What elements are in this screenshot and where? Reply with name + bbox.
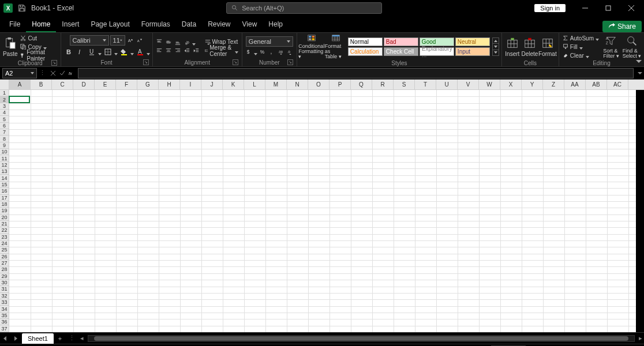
col-header-L[interactable]: L [244, 80, 265, 89]
merge-center-button[interactable]: Merge & Center [204, 47, 239, 55]
row-header-29[interactable]: 29 [0, 273, 9, 280]
formula-input[interactable] [78, 68, 634, 78]
select-all-corner[interactable] [0, 80, 9, 89]
tab-file[interactable]: File [3, 18, 26, 32]
underline-button[interactable]: U [87, 47, 97, 57]
underline-dropdown[interactable] [98, 50, 102, 54]
row-header-36[interactable]: 36 [0, 319, 9, 325]
grow-font-button[interactable]: A [126, 36, 134, 44]
signin-button[interactable]: Sign in [534, 4, 566, 12]
tab-data[interactable]: Data [176, 18, 202, 32]
row-header-10[interactable]: 10 [0, 149, 9, 155]
autosum-button[interactable]: AutoSum [561, 34, 600, 42]
tab-insert[interactable]: Insert [56, 18, 85, 32]
col-header-D[interactable]: D [73, 80, 95, 89]
col-header-X[interactable]: X [500, 80, 522, 89]
decrease-decimal-button[interactable]: .0 [286, 48, 294, 56]
col-header-M[interactable]: M [265, 80, 287, 89]
paste-button[interactable]: Paste [2, 34, 18, 59]
maximize-button[interactable] [599, 0, 617, 16]
row-header-4[interactable]: 4 [0, 110, 9, 116]
borders-dropdown[interactable] [114, 50, 118, 54]
minimize-button[interactable] [576, 0, 594, 16]
row-header-12[interactable]: 12 [0, 162, 9, 168]
insert-function-button[interactable]: fx [68, 69, 76, 77]
col-header-AA[interactable]: AA [564, 80, 586, 89]
row-header-2[interactable]: 2 [0, 96, 9, 103]
row-header-24[interactable]: 24 [0, 240, 9, 247]
add-sheet-button[interactable]: + [55, 335, 65, 342]
format-painter-button[interactable]: Format Painter [19, 51, 58, 59]
col-header-B[interactable]: B [31, 80, 52, 89]
col-header-G[interactable]: G [137, 80, 159, 89]
font-name-combo[interactable]: Calibri [70, 35, 109, 46]
row-header-5[interactable]: 5 [0, 116, 9, 122]
bold-button[interactable]: B [63, 47, 74, 57]
row-header-33[interactable]: 33 [0, 299, 9, 306]
cell-style-check-cell[interactable]: Check Cell [384, 47, 418, 56]
conditional-formatting-button[interactable]: ConditionalFormatting ▾ [299, 34, 324, 59]
horizontal-scrollbar[interactable] [88, 335, 635, 342]
row-header-32[interactable]: 32 [0, 293, 9, 299]
accounting-format-button[interactable]: $ [245, 48, 253, 56]
align-middle-button[interactable] [164, 38, 173, 46]
row-header-17[interactable]: 17 [0, 195, 9, 201]
find-select-button[interactable]: Find &Select ▾ [622, 34, 642, 59]
sheet-tab[interactable]: Sheet1 [22, 333, 54, 344]
col-header-H[interactable]: H [159, 80, 180, 89]
expand-formula-bar-button[interactable] [636, 71, 644, 76]
row-header-9[interactable]: 9 [0, 142, 9, 149]
align-right-button[interactable] [174, 47, 182, 55]
hscroll-left[interactable]: ◂ [78, 335, 85, 342]
cell-style-input[interactable]: Input [455, 47, 490, 56]
col-header-J[interactable]: J [201, 80, 223, 89]
vertical-scrollbar[interactable] [636, 90, 644, 332]
accounting-dropdown[interactable] [254, 50, 257, 54]
borders-button[interactable] [103, 47, 113, 57]
col-header-U[interactable]: U [436, 80, 458, 89]
percent-button[interactable]: % [259, 48, 267, 56]
row-header-35[interactable]: 35 [0, 313, 9, 319]
increase-indent-button[interactable] [192, 47, 200, 55]
row-header-14[interactable]: 14 [0, 175, 9, 181]
enter-formula-button[interactable] [58, 69, 66, 77]
row-header-21[interactable]: 21 [0, 221, 9, 227]
font-color-dropdown[interactable] [147, 50, 150, 54]
cell-style-bad[interactable]: Bad [384, 37, 418, 46]
save-button[interactable] [17, 3, 27, 13]
cell-style-calculation[interactable]: Calculation [348, 47, 383, 56]
row-header-7[interactable]: 7 [0, 129, 9, 136]
number-format-combo[interactable]: General [246, 36, 293, 47]
col-header-V[interactable]: V [458, 80, 479, 89]
fill-color-dropdown[interactable] [130, 50, 134, 54]
col-header-C[interactable]: C [52, 80, 73, 89]
row-header-16[interactable]: 16 [0, 188, 9, 194]
row-header-27[interactable]: 27 [0, 260, 9, 266]
row-header-30[interactable]: 30 [0, 280, 9, 286]
share-button[interactable]: Share [602, 21, 642, 32]
row-header-23[interactable]: 23 [0, 234, 9, 240]
font-color-button[interactable]: A [135, 47, 145, 57]
col-header-E[interactable]: E [95, 80, 116, 89]
col-header-I[interactable]: I [180, 80, 201, 89]
font-dialog-launcher[interactable]: ↘ [143, 59, 149, 65]
row-header-34[interactable]: 34 [0, 306, 9, 312]
col-header-O[interactable]: O [308, 80, 330, 89]
tab-home[interactable]: Home [26, 18, 56, 32]
row-header-19[interactable]: 19 [0, 208, 9, 214]
hscroll-right[interactable]: ▸ [637, 335, 644, 342]
col-header-AC[interactable]: AC [607, 80, 628, 89]
fill-color-button[interactable] [119, 47, 129, 57]
cut-button[interactable]: Cut [19, 34, 58, 42]
shrink-font-button[interactable]: A [136, 36, 144, 44]
col-header-R[interactable]: R [372, 80, 394, 89]
row-header-25[interactable]: 25 [0, 247, 9, 253]
insert-cells-button[interactable]: Insert [504, 34, 521, 59]
row-header-28[interactable]: 28 [0, 266, 9, 273]
format-as-table-button[interactable]: Format asTable ▾ [325, 34, 347, 59]
tab-view[interactable]: View [237, 18, 263, 32]
clear-button[interactable]: Clear [561, 51, 600, 59]
sheet-nav-next[interactable] [10, 333, 21, 344]
col-header-Y[interactable]: Y [522, 80, 543, 89]
name-box[interactable]: A2 [2, 68, 37, 78]
